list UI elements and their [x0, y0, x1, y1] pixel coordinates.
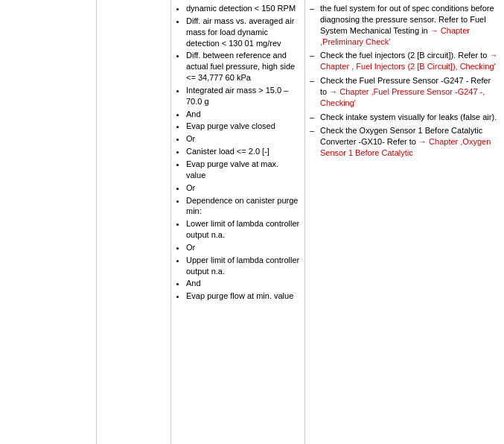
- list-item: Or: [186, 242, 300, 253]
- right-entry: –the fuel system for out of spec conditi…: [310, 3, 500, 47]
- list-item: Evap purge flow at min. value: [186, 291, 300, 302]
- column-middle: dynamic detection < 150 RPMDiff. air mas…: [171, 0, 305, 444]
- entry-dash: –: [310, 112, 317, 123]
- list-item: Evap purge valve at max. value: [186, 159, 300, 181]
- list-item: Upper limit of lambda controller output …: [186, 255, 300, 277]
- entry-text: Check intake system visually for leaks (…: [320, 112, 497, 123]
- list-item: Lower limit of lambda controller output …: [186, 218, 300, 241]
- entry-text: Check the Fuel Pressure Sensor -G247 - R…: [320, 75, 500, 109]
- right-entry: –Check the fuel injectors (2 [B circuit]…: [310, 50, 500, 72]
- entry-dash: –: [310, 75, 317, 86]
- right-entry: –Check intake system visually for leaks …: [310, 112, 500, 123]
- column-left: [0, 0, 97, 444]
- list-item: Integrated air mass > 15.0 – 70.0 g: [186, 85, 300, 107]
- entry-text: Check the Oxygen Sensor 1 Before Catalyt…: [320, 125, 500, 159]
- list-item: Canister load <= 2.0 [-]: [186, 146, 300, 157]
- list-item: And: [186, 278, 300, 289]
- entry-dash: –: [310, 125, 317, 136]
- chapter-link[interactable]: → Chapter , Fuel Injectors (2 [B Circuit…: [320, 51, 497, 71]
- entry-dash: –: [310, 3, 317, 14]
- entry-text: the fuel system for out of spec conditio…: [320, 3, 500, 47]
- column-middle-left: [97, 0, 171, 444]
- list-item: Or: [186, 133, 300, 145]
- conditions-list: dynamic detection < 150 RPMDiff. air mas…: [176, 3, 300, 302]
- list-item: Evap purge valve closed: [186, 121, 300, 132]
- right-entry: –Check the Oxygen Sensor 1 Before Cataly…: [310, 125, 500, 159]
- list-item: Dependence on canister purge min:: [186, 195, 300, 218]
- list-item: Or: [186, 183, 300, 194]
- list-item: dynamic detection < 150 RPM: [186, 3, 300, 14]
- main-container: dynamic detection < 150 RPMDiff. air mas…: [0, 0, 504, 444]
- chapter-link[interactable]: → Chapter ,Oxygen Sensor 1 Before Cataly…: [320, 137, 491, 157]
- entry-dash: –: [310, 50, 317, 61]
- list-item: Diff. air mass vs. averaged air mass for…: [186, 16, 300, 49]
- chapter-link[interactable]: → Chapter ,Fuel Pressure Sensor -G247 -,…: [320, 87, 485, 107]
- entry-text: Check the fuel injectors (2 [B circuit])…: [320, 50, 500, 72]
- column-right: –the fuel system for out of spec conditi…: [305, 0, 504, 444]
- chapter-link[interactable]: → Chapter ,Preliminary Check': [320, 26, 470, 46]
- list-item: Diff. between reference and actual fuel …: [186, 50, 300, 83]
- list-item: And: [186, 109, 300, 120]
- right-entry: –Check the Fuel Pressure Sensor -G247 - …: [310, 75, 500, 109]
